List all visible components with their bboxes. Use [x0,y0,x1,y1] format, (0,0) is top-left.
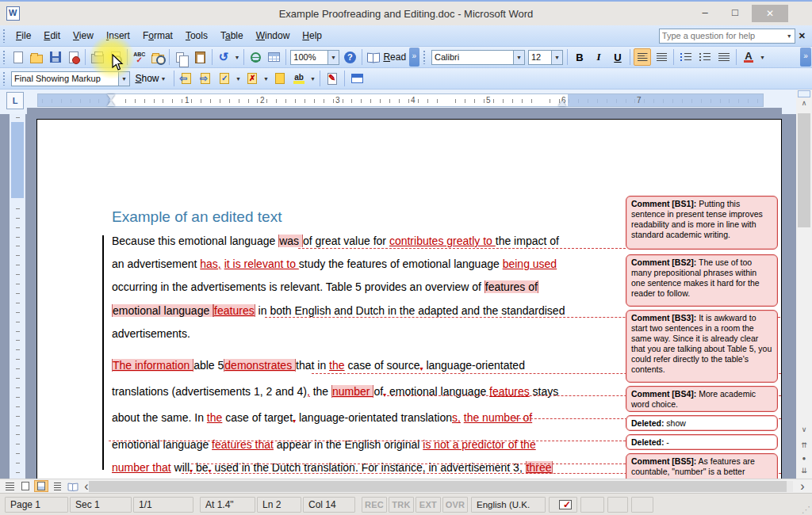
split-window-handle[interactable] [798,90,810,97]
previous-page-icon[interactable]: ⇈ [796,441,812,449]
menu-insert[interactable]: Insert [100,27,136,44]
permission-button[interactable] [65,48,82,66]
status-ext-toggle[interactable]: EXT [416,497,441,513]
open-button[interactable] [29,48,45,66]
chevron-down-icon[interactable]: ▼ [784,33,795,39]
show-menu-button[interactable]: Show▼ [132,70,170,87]
menu-view[interactable]: View [67,27,100,44]
menu-help[interactable]: Help [296,27,328,44]
menu-table[interactable]: Table [214,27,250,44]
horizontal-ruler[interactable]: 1234567 [37,93,764,107]
close-button[interactable]: ✕ [752,5,788,22]
underline-button[interactable]: U [609,48,626,66]
new-document-button[interactable] [10,48,27,66]
read-button[interactable]: Read [366,48,408,66]
vertical-scrollbar[interactable]: ∧ ∨ ⇈ ● ⇊ [796,90,812,479]
comment-balloon[interactable]: Comment [BS5]: As features are countable… [626,453,778,480]
display-for-review-combo[interactable]: Final Showing Markup▼ [11,71,130,86]
help-button[interactable]: ? [342,48,358,66]
numbered-list-button[interactable] [677,48,695,66]
font-name-combo[interactable]: Calibri▼ [431,50,525,65]
toolbar-drag-handle[interactable] [2,29,6,43]
status-spellcheck-cell[interactable] [549,497,577,513]
next-page-icon[interactable]: ⇊ [796,467,812,475]
accept-change-button[interactable]: ✓ [216,70,233,87]
comment-balloon[interactable]: Comment [BS1]: Putting this sentence in … [626,196,778,250]
insert-table-button[interactable] [266,48,282,66]
toolbar-drag-handle[interactable] [2,71,6,86]
toolbar-drag-handle[interactable] [423,50,427,64]
right-indent-marker[interactable] [558,101,566,106]
outline-view-button[interactable] [50,480,64,492]
insert-hyperlink-button[interactable] [247,48,264,66]
font-color-button[interactable]: A [740,48,757,66]
scroll-down-icon[interactable]: ∨ [796,425,812,433]
help-question-input[interactable] [660,31,779,40]
menu-format[interactable]: Format [136,27,179,44]
deleted-balloon[interactable]: Deleted: - [626,434,778,450]
horizontal-scrollbar-thumb[interactable] [89,481,787,492]
undo-dropdown-icon[interactable]: ▼ [233,48,242,66]
hanging-indent-marker[interactable] [107,101,115,106]
comment-balloon[interactable]: Comment [BS2]: The use of too many prepo… [626,254,778,307]
previous-change-button[interactable]: ⇦ [178,70,195,87]
maximize-button[interactable]: □ [723,5,747,22]
research-button[interactable] [149,48,166,66]
vertical-ruler[interactable] [10,114,25,479]
toolbar-overflow-icon[interactable]: » [409,48,419,67]
accept-change-dropdown-icon[interactable]: ▼ [234,70,243,87]
print-button[interactable] [89,48,105,66]
print-layout-view-button[interactable] [34,480,48,492]
toolbar-overflow-icon[interactable]: » [800,48,811,67]
italic-button[interactable]: I [590,48,607,66]
comment-balloon[interactable]: Comment [BS3]: It is awkward to start tw… [626,310,778,383]
menubar-close-icon[interactable]: ✕ [799,31,806,41]
zoom-combo[interactable]: 100%▼ [290,50,339,65]
deleted-balloon[interactable]: Deleted: show [626,415,778,431]
save-button[interactable] [47,48,63,66]
align-left-button[interactable] [634,48,651,66]
copy-button[interactable] [173,48,190,66]
highlight-dropdown-icon[interactable]: ▼ [308,70,317,87]
increase-indent-button[interactable] [715,48,733,66]
comment-balloon[interactable]: Comment [BS4]: More academic word choice… [626,386,778,412]
normal-view-button[interactable] [2,480,17,492]
web-layout-view-button[interactable] [18,480,33,492]
bold-button[interactable]: B [571,48,588,66]
first-line-indent-marker[interactable] [107,94,115,100]
vertical-scrollbar-thumb[interactable] [798,113,810,227]
minimize-button[interactable]: – [693,5,717,22]
reviewing-pane-button[interactable] [348,70,366,87]
scroll-up-icon[interactable]: ∧ [796,99,812,107]
bullet-list-button[interactable] [696,48,714,66]
highlight-button[interactable]: ab [290,70,308,87]
menu-file[interactable]: File [10,27,37,44]
menu-edit[interactable]: Edit [37,27,67,44]
select-browse-object-icon[interactable]: ● [796,455,812,462]
status-rec-toggle[interactable]: REC [362,497,387,513]
font-size-combo[interactable]: 12▼ [528,50,563,65]
reject-change-button[interactable]: ✗ [243,70,261,87]
horizontal-scrollbar-track[interactable] [89,481,793,492]
font-color-dropdown-icon[interactable]: ▼ [758,48,767,66]
status-ovr-toggle[interactable]: OVR [442,497,468,513]
next-change-button[interactable]: ⇨ [197,70,214,87]
menu-tools[interactable]: Tools [179,27,214,44]
status-language[interactable]: English (U.K. [471,497,546,513]
toolbar-drag-handle[interactable] [2,50,6,64]
reading-layout-view-button[interactable] [66,480,80,492]
tab-stop-selector[interactable]: L [6,92,24,109]
track-changes-button[interactable]: ✎ [324,70,341,87]
paste-button[interactable] [192,48,209,66]
scroll-right-icon[interactable]: › [795,480,810,492]
status-trk-toggle[interactable]: TRK [389,497,414,513]
align-center-button[interactable] [653,48,670,66]
menu-window[interactable]: Window [250,27,297,44]
reject-change-dropdown-icon[interactable]: ▼ [262,70,270,87]
document-page[interactable]: Example of an edited text Because this e… [36,119,782,480]
resize-grip[interactable]: ⋰ [802,505,810,515]
insert-comment-button[interactable] [271,70,289,87]
help-question-box[interactable]: ▼ [659,29,795,44]
undo-button[interactable]: ↺ [216,48,232,66]
spelling-button[interactable]: ABC✓ [131,48,147,66]
